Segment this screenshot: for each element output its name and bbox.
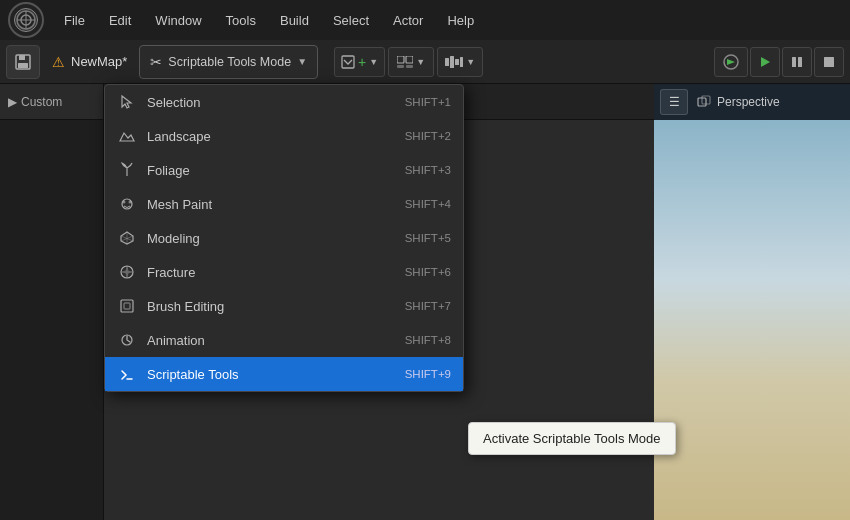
dropdown-arrow-icon: ▼ [297,56,307,67]
menu-edit[interactable]: Edit [99,9,141,32]
menu-build[interactable]: Build [270,9,319,32]
dropdown-item-animation[interactable]: Animation SHIFT+8 [105,323,463,357]
modeling-label: Modeling [147,231,395,246]
logo-inner [14,8,38,32]
svg-rect-5 [19,55,25,60]
mesh-paint-icon [117,194,137,214]
menu-tools[interactable]: Tools [216,9,266,32]
actor-mode-arrow-icon: ▼ [416,57,425,67]
brush-editing-icon [117,296,137,316]
animation-label: Animation [147,333,395,348]
sequencer-button[interactable]: ▼ [437,47,483,77]
svg-rect-13 [450,56,454,68]
main-area: ▶ Custom Selection SHIFT+1 Landscape SHI… [0,84,850,520]
menu-select[interactable]: Select [323,9,379,32]
mesh-paint-label: Mesh Paint [147,197,395,212]
landscape-shortcut: SHIFT+2 [405,130,451,142]
simulate-button[interactable] [714,47,748,77]
svg-rect-15 [460,57,463,67]
menu-window[interactable]: Window [145,9,211,32]
sidebar-label: Custom [21,95,62,109]
dropdown-item-mesh-paint[interactable]: Mesh Paint SHIFT+4 [105,187,463,221]
svg-rect-17 [792,57,796,67]
foliage-shortcut: SHIFT+3 [405,164,451,176]
sidebar-custom-header[interactable]: ▶ Custom [0,84,103,120]
scriptable-tools-shortcut: SHIFT+9 [405,368,451,380]
add-actor-arrow-icon: ▼ [369,57,378,67]
perspective-label: Perspective [696,94,780,110]
dropdown-item-brush-editing[interactable]: Brush Editing SHIFT+7 [105,289,463,323]
svg-rect-10 [397,65,404,68]
viewport-area: ☰ Perspective [654,84,850,520]
svg-rect-18 [798,57,802,67]
foliage-label: Foliage [147,163,395,178]
svg-point-22 [129,201,132,204]
modeling-icon [117,228,137,248]
scriptable-tools-icon: ✂ [150,54,162,70]
svg-rect-9 [406,56,413,63]
scriptable-tools-dropdown-icon [117,364,137,384]
perspective-text: Perspective [717,95,780,109]
dropdown-item-landscape[interactable]: Landscape SHIFT+2 [105,119,463,153]
newmap-label: ⚠ NewMap* [44,45,135,79]
fracture-label: Fracture [147,265,395,280]
stop-button[interactable] [814,47,844,77]
hamburger-icon: ☰ [669,95,680,109]
svg-rect-12 [445,58,449,66]
scriptable-tools-dropdown-label: Scriptable Tools [147,367,395,382]
selection-icon [117,92,137,112]
menu-bar: File Edit Window Tools Build Select Acto… [0,0,850,40]
dropdown-item-fracture[interactable]: Fracture SHIFT+6 [105,255,463,289]
play-controls [714,47,844,77]
menu-file[interactable]: File [54,9,95,32]
svg-rect-19 [824,57,834,67]
menu-actor[interactable]: Actor [383,9,433,32]
landscape-label: Landscape [147,129,395,144]
animation-icon [117,330,137,350]
dropdown-item-selection[interactable]: Selection SHIFT+1 [105,85,463,119]
svg-rect-8 [397,56,404,63]
toolbar-row: ⚠ NewMap* ✂ Scriptable Tools Mode ▼ + ▼ … [0,40,850,84]
dropdown-item-foliage[interactable]: Foliage SHIFT+3 [105,153,463,187]
foliage-icon [117,160,137,180]
mesh-paint-shortcut: SHIFT+4 [405,198,451,210]
left-sidebar: ▶ Custom [0,84,104,520]
scriptable-tools-mode-button[interactable]: ✂ Scriptable Tools Mode ▼ [139,45,318,79]
animation-shortcut: SHIFT+8 [405,334,451,346]
tooltip-text: Activate Scriptable Tools Mode [483,431,661,446]
viewport-toolbar: ☰ Perspective [654,84,850,120]
app-logo[interactable] [8,2,44,38]
sequencer-arrow-icon: ▼ [466,57,475,67]
warning-icon: ⚠ [52,54,65,70]
actor-toolbar-section: + ▼ ▼ ▼ [334,47,483,77]
scriptable-tools-tooltip: Activate Scriptable Tools Mode [468,422,676,455]
selection-shortcut: SHIFT+1 [405,96,451,108]
landscape-icon [117,126,137,146]
scriptable-tools-label: Scriptable Tools Mode [168,55,291,69]
svg-rect-6 [18,63,28,68]
dropdown-item-modeling[interactable]: Modeling SHIFT+5 [105,221,463,255]
svg-rect-24 [121,300,133,312]
svg-rect-25 [124,303,130,309]
sidebar-arrow-icon: ▶ [8,95,17,109]
viewport-canvas[interactable] [654,120,850,520]
svg-rect-11 [406,65,413,68]
play-button[interactable] [750,47,780,77]
dropdown-item-scriptable-tools[interactable]: Scriptable Tools SHIFT+9 [105,357,463,391]
add-actor-button[interactable]: + ▼ [334,47,385,77]
svg-rect-7 [342,56,354,68]
fracture-icon [117,262,137,282]
modeling-shortcut: SHIFT+5 [405,232,451,244]
svg-rect-14 [455,59,459,65]
newmap-text: NewMap* [71,54,127,69]
menu-help[interactable]: Help [437,9,484,32]
add-actor-icon: + [358,54,366,70]
brush-editing-label: Brush Editing [147,299,395,314]
save-button[interactable] [6,45,40,79]
mode-dropdown-menu: Selection SHIFT+1 Landscape SHIFT+2 Foli… [104,84,464,392]
selection-label: Selection [147,95,395,110]
viewport-menu-button[interactable]: ☰ [660,89,688,115]
actor-mode-button[interactable]: ▼ [388,47,434,77]
fracture-shortcut: SHIFT+6 [405,266,451,278]
pause-button[interactable] [782,47,812,77]
